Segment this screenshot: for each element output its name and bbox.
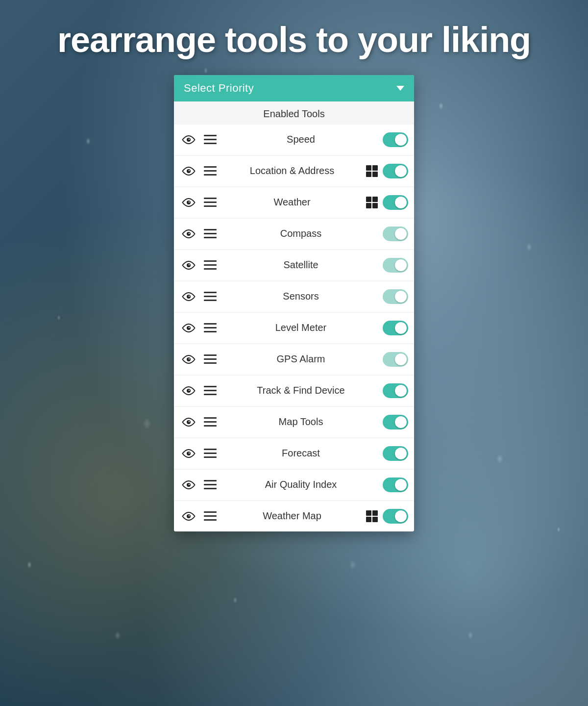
svg-point-15 xyxy=(189,358,190,359)
drag-handle-satellite[interactable] xyxy=(201,256,219,274)
svg-point-10 xyxy=(187,295,191,299)
tool-name-gps-alarm: GPS Alarm xyxy=(219,353,383,365)
tool-row-track-find-device: Track & Find Device xyxy=(174,376,414,406)
toggle-knob-gps-alarm xyxy=(395,353,407,365)
toggle-forecast[interactable] xyxy=(383,446,408,461)
drag-handle-gps-alarm[interactable] xyxy=(201,351,219,368)
tool-name-weather-map: Weather Map xyxy=(219,510,365,522)
toggle-map-tools[interactable] xyxy=(383,415,408,429)
svg-point-7 xyxy=(189,233,190,234)
page-headline: rearrange tools to your liking xyxy=(38,20,550,60)
toggle-speed[interactable] xyxy=(383,132,408,147)
svg-point-12 xyxy=(187,326,191,330)
toggle-sensors[interactable] xyxy=(383,289,408,304)
card-header[interactable]: Select Priority xyxy=(174,75,414,101)
eye-icon-level-meter[interactable] xyxy=(180,319,197,337)
tool-row-gps-alarm: GPS Alarm xyxy=(174,344,414,375)
svg-point-16 xyxy=(187,389,191,393)
drag-handle-compass[interactable] xyxy=(201,225,219,243)
tool-row-compass: Compass xyxy=(174,219,414,249)
drag-handle-track-find-device[interactable] xyxy=(201,382,219,400)
tool-row-map-tools: Map Tools xyxy=(174,407,414,437)
chevron-down-icon[interactable] xyxy=(396,86,404,91)
tool-row-speed: Speed xyxy=(174,125,414,155)
svg-point-5 xyxy=(189,202,190,202)
tools-card: Select Priority Enabled Tools Speed Loca… xyxy=(174,75,414,531)
drag-handle-speed[interactable] xyxy=(201,131,219,149)
section-label: Enabled Tools xyxy=(174,101,414,125)
tool-row-location-address: Location & Address xyxy=(174,156,414,186)
toggle-knob-weather-map xyxy=(395,510,407,522)
eye-icon-map-tools[interactable] xyxy=(180,413,197,431)
toggle-knob-speed xyxy=(395,134,407,146)
toggle-track-find-device[interactable] xyxy=(383,383,408,398)
drag-handle-sensors[interactable] xyxy=(201,288,219,305)
tool-name-compass: Compass xyxy=(219,228,383,239)
eye-icon-weather-map[interactable] xyxy=(180,507,197,525)
svg-point-14 xyxy=(187,357,191,361)
main-content: rearrange tools to your liking Select Pr… xyxy=(0,0,588,706)
toggle-air-quality-index[interactable] xyxy=(383,478,408,492)
drag-handle-forecast[interactable] xyxy=(201,445,219,462)
eye-icon-satellite[interactable] xyxy=(180,256,197,274)
toggle-weather[interactable] xyxy=(383,195,408,210)
toggle-knob-satellite xyxy=(395,259,407,271)
eye-icon-weather[interactable] xyxy=(180,194,197,211)
tool-row-air-quality-index: Air Quality Index xyxy=(174,470,414,500)
svg-point-20 xyxy=(187,452,191,455)
eye-icon-location-address[interactable] xyxy=(180,162,197,180)
header-title: Select Priority xyxy=(184,82,254,95)
svg-point-8 xyxy=(187,263,191,267)
drag-handle-air-quality-index[interactable] xyxy=(201,476,219,494)
svg-point-9 xyxy=(189,264,190,265)
eye-icon-track-find-device[interactable] xyxy=(180,382,197,400)
toggle-satellite[interactable] xyxy=(383,258,408,273)
tool-name-forecast: Forecast xyxy=(219,448,383,459)
widget-icon-weather xyxy=(365,196,379,209)
svg-point-21 xyxy=(189,453,190,454)
drag-handle-map-tools[interactable] xyxy=(201,413,219,431)
toggle-compass[interactable] xyxy=(383,227,408,241)
tool-row-forecast: Forecast xyxy=(174,438,414,469)
svg-point-24 xyxy=(187,514,191,518)
tool-name-level-meter: Level Meter xyxy=(219,322,383,333)
toggle-level-meter[interactable] xyxy=(383,321,408,335)
svg-point-18 xyxy=(187,420,191,424)
drag-handle-level-meter[interactable] xyxy=(201,319,219,337)
tool-row-satellite: Satellite xyxy=(174,250,414,280)
tool-row-weather-map: Weather Map xyxy=(174,501,414,531)
svg-point-2 xyxy=(187,169,191,173)
drag-handle-location-address[interactable] xyxy=(201,162,219,180)
tool-name-map-tools: Map Tools xyxy=(219,416,383,428)
toggle-knob-map-tools xyxy=(395,416,407,428)
eye-icon-sensors[interactable] xyxy=(180,288,197,305)
drag-handle-weather-map[interactable] xyxy=(201,507,219,525)
svg-point-25 xyxy=(189,515,190,516)
svg-point-13 xyxy=(189,327,190,328)
svg-point-1 xyxy=(189,139,190,140)
toggle-knob-level-meter xyxy=(395,322,407,334)
svg-point-6 xyxy=(187,232,191,236)
eye-icon-speed[interactable] xyxy=(180,131,197,149)
widget-icon-location-address xyxy=(365,164,379,178)
tool-row-sensors: Sensors xyxy=(174,281,414,312)
eye-icon-gps-alarm[interactable] xyxy=(180,351,197,368)
tool-name-track-find-device: Track & Find Device xyxy=(219,385,383,396)
toggle-weather-map[interactable] xyxy=(383,509,408,524)
tool-name-air-quality-index: Air Quality Index xyxy=(219,479,383,490)
tool-row-level-meter: Level Meter xyxy=(174,313,414,343)
toggle-location-address[interactable] xyxy=(383,164,408,178)
tool-name-location-address: Location & Address xyxy=(219,165,365,176)
tools-list: Speed Location & Address Weather Compass… xyxy=(174,125,414,531)
widget-icon-weather-map xyxy=(365,509,379,523)
drag-handle-weather[interactable] xyxy=(201,194,219,211)
toggle-gps-alarm[interactable] xyxy=(383,352,408,367)
tool-name-sensors: Sensors xyxy=(219,291,383,302)
eye-icon-compass[interactable] xyxy=(180,225,197,243)
toggle-knob-compass xyxy=(395,228,407,240)
eye-icon-air-quality-index[interactable] xyxy=(180,476,197,494)
svg-point-23 xyxy=(189,484,190,485)
eye-icon-forecast[interactable] xyxy=(180,445,197,462)
toggle-knob-air-quality-index xyxy=(395,479,407,491)
svg-point-0 xyxy=(187,138,191,142)
